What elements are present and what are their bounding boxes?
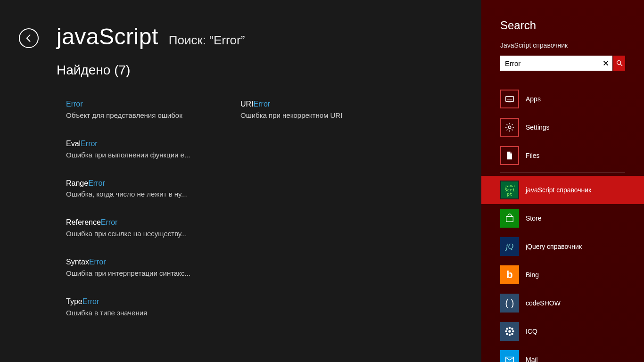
svg-rect-15 [506,357,514,362]
charm-context: JavaScript справочник [500,41,625,49]
app-title: javaScript [57,24,158,49]
charm-app-jquery[interactable]: jQ jQuery справочник [481,232,644,261]
results-column-1: Error Объект для представления ошибок Ev… [66,99,207,337]
search-icon [616,59,623,67]
header: javaScript Поиск: “Error” [57,24,481,49]
charm-item-label: Bing [526,271,539,279]
result-description: Ошибка, когда число не лежит в ну... [66,190,198,198]
svg-point-14 [511,333,513,335]
charm-item-label: Files [526,152,540,159]
mail-icon [500,350,519,362]
svg-line-1 [620,64,622,66]
search-row [500,56,625,71]
search-submit-button[interactable] [613,56,625,71]
charm-title: Search [500,19,625,32]
charm-app-store[interactable]: Store [481,204,644,232]
charm-separator [500,173,625,173]
main-content: javaScript Поиск: “Error” Найдено (7) Er… [0,0,481,362]
result-item[interactable]: TypeError Ошибка в типе значения [66,297,207,317]
icq-icon [500,322,519,341]
results-area: Error Объект для представления ошибок Ev… [66,99,481,337]
svg-point-11 [506,328,508,330]
charm-item-label: Mail [526,356,538,362]
search-charm-panel: Search JavaScript справочник Apps [481,0,644,362]
charm-item-settings[interactable]: Settings [481,113,644,141]
svg-point-0 [617,61,620,65]
svg-point-5 [508,126,511,129]
result-item[interactable]: Error Объект для представления ошибок [66,99,207,119]
svg-rect-2 [506,97,514,102]
charm-app-icq[interactable]: ICQ [481,317,644,346]
charm-app-codeshow[interactable]: ( ) codeSHOW [481,289,644,317]
search-subtitle: Поиск: “Error” [169,33,245,48]
result-item[interactable]: URIError Ошибка при некорректном URI [240,99,382,119]
result-description: Ошибка при интерпретации синтакс... [66,269,198,277]
result-description: Ошибка при ссылке на несуществу... [66,230,198,238]
bing-icon: b [500,265,519,284]
back-button[interactable] [19,28,39,48]
result-description: Ошибка при выполнении функции e... [66,151,198,159]
result-item[interactable]: RangeError Ошибка, когда число не лежит … [66,179,207,198]
result-item[interactable]: EvalError Ошибка при выполнении функции … [66,139,207,159]
svg-point-6 [508,330,511,333]
results-column-2: URIError Ошибка при некорректном URI [240,99,382,337]
svg-point-13 [506,333,508,335]
codeshow-icon: ( ) [500,294,519,313]
charm-item-label: jQuery справочник [526,243,582,250]
svg-point-12 [511,328,513,330]
store-icon [500,209,519,228]
svg-point-8 [509,334,511,336]
js-app-icon: javaScript [500,181,519,199]
charm-item-label: Apps [526,95,541,103]
result-description: Ошибка при некорректном URI [240,111,372,119]
result-item[interactable]: SyntaxError Ошибка при интерпретации син… [66,257,207,277]
charm-item-label: ICQ [526,328,537,335]
result-description: Ошибка в типе значения [66,309,198,317]
close-icon [603,60,609,66]
gear-icon [500,118,519,137]
search-box [500,56,612,71]
results-count: Найдено (7) [57,63,481,78]
apps-icon [500,90,519,108]
svg-point-10 [512,330,514,333]
charm-app-js-ref[interactable]: javaScript javaScript справочник [481,176,644,204]
file-icon [500,146,519,165]
charm-item-label: codeSHOW [526,299,561,307]
jquery-icon: jQ [500,237,519,256]
charm-item-apps[interactable]: Apps [481,85,644,113]
charm-item-files[interactable]: Files [481,141,644,170]
charm-scope-list: Apps Settings Files javaScript javaScrip… [481,85,644,362]
svg-point-7 [509,327,511,329]
arrow-left-icon [24,33,33,43]
result-item[interactable]: ReferenceError Ошибка при ссылке на несу… [66,218,207,238]
svg-point-9 [505,330,507,333]
clear-search-button[interactable] [599,56,612,71]
charm-app-bing[interactable]: b Bing [481,261,644,289]
charm-item-label: javaScript справочник [526,186,591,194]
charm-item-label: Settings [526,123,550,131]
result-description: Объект для представления ошибок [66,111,198,119]
search-input[interactable] [500,56,599,71]
charm-item-label: Store [526,214,541,222]
charm-app-mail[interactable]: Mail [481,346,644,362]
